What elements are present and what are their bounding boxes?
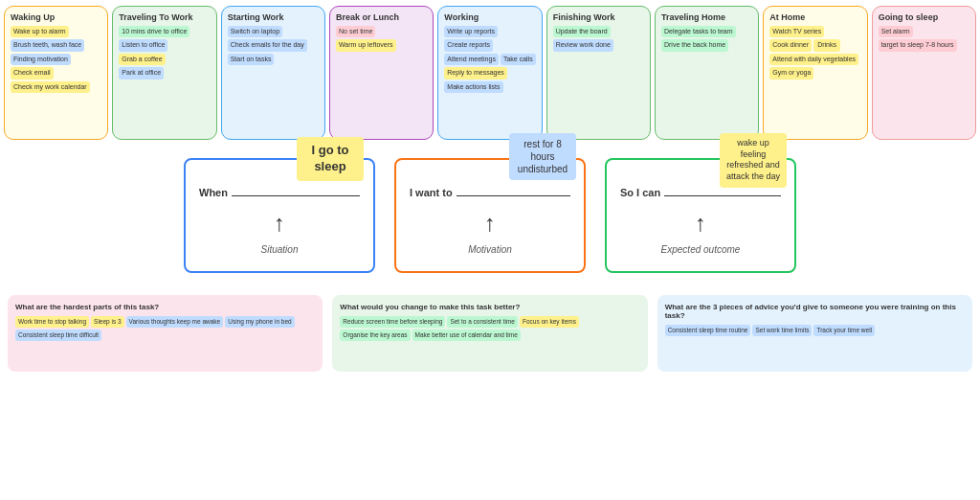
sticky-note-at-home-2[interactable]: Drinks bbox=[813, 39, 840, 51]
sticky-note-starting-work-1[interactable]: Check emails for the day bbox=[228, 39, 307, 51]
sticky-note-working-1[interactable]: Create reports bbox=[444, 39, 493, 51]
phase-card-going-to-sleep[interactable]: Going to sleepSet alarmtarget to sleep 7… bbox=[872, 6, 976, 140]
situation-box[interactable]: I go tosleep When ↑ Situation bbox=[184, 158, 375, 273]
bottom-note-advice-0[interactable]: Consistent sleep time routine bbox=[665, 325, 751, 336]
phase-title-traveling-to-work: Traveling To Work bbox=[119, 12, 210, 22]
sticky-note-working-0[interactable]: Write up reports bbox=[444, 26, 498, 37]
bottom-question-advice: What are the 3 pieces of advice you'd gi… bbox=[657, 295, 972, 372]
job-story-section: I go tosleep When ↑ Situation rest for 8… bbox=[0, 148, 980, 283]
situation-sticky: I go tosleep bbox=[297, 137, 364, 181]
sticky-note-traveling-to-work-3[interactable]: Park at office bbox=[119, 67, 164, 79]
bottom-question-title-advice: What are the 3 pieces of advice you'd gi… bbox=[665, 303, 965, 320]
phase-card-break-or-lunch[interactable]: Break or LunchNo set timeWarm up leftove… bbox=[329, 6, 434, 140]
bottom-question-hardest-parts: What are the hardest parts of this task?… bbox=[8, 295, 323, 372]
outcome-box[interactable]: wake upfeelingrefreshed andattack the da… bbox=[605, 158, 796, 273]
bottom-question-title-hardest-parts: What are the hardest parts of this task? bbox=[15, 303, 315, 311]
phase-title-going-to-sleep: Going to sleep bbox=[879, 12, 969, 22]
sticky-note-at-home-1[interactable]: Cook dinner bbox=[769, 39, 812, 51]
sticky-note-traveling-to-work-0[interactable]: 10 mins drive to office bbox=[119, 26, 189, 37]
phase-title-traveling-home: Traveling Home bbox=[661, 12, 752, 22]
sticky-note-going-to-sleep-0[interactable]: Set alarm bbox=[879, 26, 913, 37]
phase-title-break-or-lunch: Break or Lunch bbox=[336, 12, 427, 22]
sticky-note-waking-up-4[interactable]: Check my work calendar bbox=[11, 81, 90, 93]
phase-card-waking-up[interactable]: Waking UpWake up to alarmBrush teeth, wa… bbox=[4, 6, 108, 140]
bottom-note-advice-2[interactable]: Track your time well bbox=[813, 325, 875, 336]
phase-card-traveling-to-work[interactable]: Traveling To Work10 mins drive to office… bbox=[112, 6, 216, 140]
phase-card-traveling-home[interactable]: Traveling HomeDelegate tasks to teamDriv… bbox=[655, 6, 759, 140]
sticky-note-working-4[interactable]: Reply to messages bbox=[444, 67, 507, 79]
sticky-note-starting-work-2[interactable]: Start on tasks bbox=[228, 54, 275, 65]
bottom-note-change-task-4[interactable]: Make better use of calendar and time bbox=[412, 330, 521, 341]
bottom-note-change-task-1[interactable]: Set to a consistent time bbox=[447, 316, 518, 328]
outcome-arrow: ↑ bbox=[620, 210, 781, 237]
sticky-note-at-home-4[interactable]: Gym or yoga bbox=[769, 67, 813, 79]
phase-card-starting-work[interactable]: Starting WorkSwitch on laptopCheck email… bbox=[221, 6, 325, 140]
phase-card-at-home[interactable]: At HomeWatch TV seriesCook dinnerDrinksA… bbox=[763, 6, 867, 140]
sticky-note-break-or-lunch-1[interactable]: Warm up leftovers bbox=[336, 39, 396, 51]
sticky-note-at-home-3[interactable]: Attend with daily vegetables bbox=[769, 54, 858, 65]
bottom-note-hardest-parts-1[interactable]: Sleep is 3 bbox=[91, 316, 124, 328]
sticky-note-starting-work-0[interactable]: Switch on laptop bbox=[228, 26, 282, 37]
bottom-note-change-task-3[interactable]: Organise the key areas bbox=[340, 330, 410, 341]
bottom-note-hardest-parts-4[interactable]: Consistent sleep time difficult bbox=[15, 330, 101, 341]
sticky-note-working-3[interactable]: Take calls bbox=[501, 54, 536, 65]
main-container: Waking UpWake up to alarmBrush teeth, wa… bbox=[0, 0, 980, 500]
sticky-note-traveling-to-work-2[interactable]: Grab a coffee bbox=[119, 54, 165, 65]
bottom-question-change-task: What would you change to make this task … bbox=[332, 295, 647, 372]
motivation-label: I want to bbox=[410, 187, 453, 198]
sticky-note-going-to-sleep-1[interactable]: target to sleep 7-8 hours bbox=[879, 39, 957, 51]
phase-title-waking-up: Waking Up bbox=[11, 12, 101, 22]
bottom-note-change-task-0[interactable]: Reduce screen time before sleeping bbox=[340, 316, 445, 328]
motivation-box[interactable]: rest for 8hoursundisturbed I want to ↑ M… bbox=[394, 158, 586, 273]
phase-card-working[interactable]: WorkingWrite up reportsCreate reportsAtt… bbox=[437, 6, 542, 140]
sticky-note-waking-up-2[interactable]: Finding motivation bbox=[11, 54, 71, 65]
bottom-note-hardest-parts-2[interactable]: Various thoughts keep me awake bbox=[126, 316, 224, 328]
phase-title-at-home: At Home bbox=[769, 12, 860, 22]
phase-title-working: Working bbox=[444, 12, 535, 22]
sticky-note-traveling-home-1[interactable]: Drive the back home bbox=[661, 39, 728, 51]
motivation-arrow: ↑ bbox=[410, 210, 570, 237]
bottom-note-hardest-parts-0[interactable]: Work time to stop talking bbox=[15, 316, 89, 328]
motivation-type: Motivation bbox=[410, 244, 570, 255]
bottom-note-advice-1[interactable]: Set work time limits bbox=[752, 325, 812, 336]
sticky-note-working-2[interactable]: Attend meetings bbox=[444, 54, 499, 65]
bottom-question-title-change-task: What would you change to make this task … bbox=[340, 303, 639, 311]
phase-card-finishing-work[interactable]: Finishing WorkUpdate the boardReview wor… bbox=[546, 6, 651, 140]
phase-title-finishing-work: Finishing Work bbox=[553, 12, 644, 22]
bottom-note-hardest-parts-3[interactable]: Using my phone in bed bbox=[225, 316, 295, 328]
sticky-note-waking-up-1[interactable]: Brush teeth, wash face bbox=[11, 39, 84, 51]
situation-arrow: ↑ bbox=[199, 210, 360, 237]
bottom-section: What are the hardest parts of this task?… bbox=[0, 287, 980, 379]
sticky-note-at-home-0[interactable]: Watch TV series bbox=[769, 26, 824, 37]
sticky-note-working-5[interactable]: Make actions lists bbox=[444, 81, 502, 93]
motivation-sticky: rest for 8hoursundisturbed bbox=[509, 133, 576, 180]
situation-type: Situation bbox=[199, 244, 360, 255]
sticky-note-waking-up-3[interactable]: Check email bbox=[11, 67, 54, 79]
sticky-note-traveling-to-work-1[interactable]: Listen to office bbox=[119, 39, 167, 51]
situation-label: When bbox=[199, 187, 228, 198]
outcome-label: So I can bbox=[620, 187, 660, 198]
bottom-note-change-task-2[interactable]: Focus on key items bbox=[520, 316, 579, 328]
phase-title-starting-work: Starting Work bbox=[228, 12, 319, 22]
sticky-note-traveling-home-0[interactable]: Delegate tasks to team bbox=[661, 26, 736, 37]
journey-bar: Waking UpWake up to alarmBrush teeth, wa… bbox=[0, 0, 980, 144]
sticky-note-finishing-work-1[interactable]: Review work done bbox=[553, 39, 613, 51]
outcome-sticky: wake upfeelingrefreshed andattack the da… bbox=[720, 133, 787, 188]
sticky-note-finishing-work-0[interactable]: Update the board bbox=[553, 26, 611, 37]
outcome-type: Expected outcome bbox=[620, 244, 781, 255]
sticky-note-break-or-lunch-0[interactable]: No set time bbox=[336, 26, 375, 37]
sticky-note-waking-up-0[interactable]: Wake up to alarm bbox=[11, 26, 69, 37]
